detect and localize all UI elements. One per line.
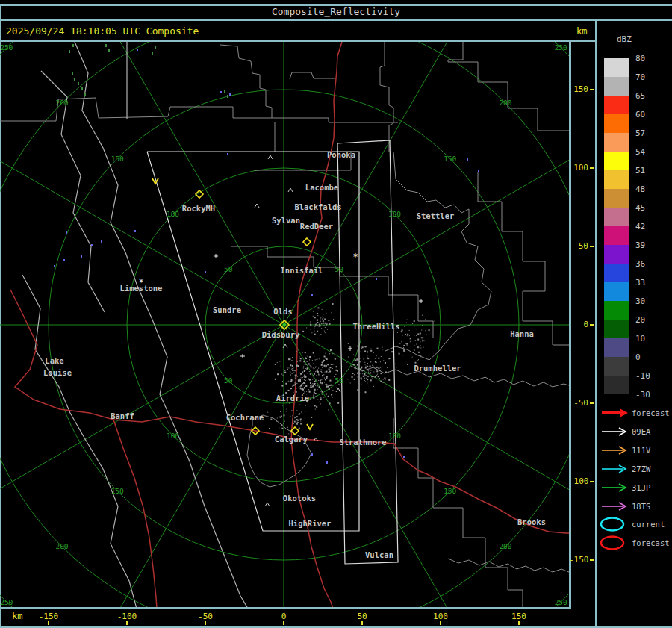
city-label-highriver: HighRiver [289, 519, 332, 528]
radar-map[interactable]: 5050505010010010010015015015015020020020… [0, 42, 569, 607]
right-axis-tickmark [590, 89, 594, 90]
precip-echo-dot [316, 406, 317, 408]
precip-echo-dot [425, 319, 426, 320]
precip-echo-dot [326, 358, 327, 359]
city-label-vulcan: Vulcan [365, 550, 393, 559]
precip-echo-dot [317, 375, 317, 376]
precip-echo-dot [326, 365, 327, 367]
precip-echo-dot [361, 373, 361, 374]
right-axis-unit-label: km [576, 26, 587, 37]
precip-echo-dot [304, 364, 305, 364]
precip-echo-dot [375, 358, 376, 359]
precip-echo-dot [385, 379, 385, 380]
precip-echo-dot [380, 361, 381, 362]
titlebar-divider [0, 19, 672, 21]
precip-echo-dot [347, 379, 348, 379]
precip-echo-dot [279, 361, 280, 362]
precip-echo-dot [296, 376, 297, 376]
colorbar-swatch [604, 357, 629, 376]
colorbar-swatch [604, 338, 629, 357]
county-boundary-line [478, 172, 569, 345]
colorbar-swatch [604, 301, 629, 320]
precip-echo-dot [284, 370, 285, 370]
precip-echo-dot [323, 314, 324, 314]
precip-echo-dot [322, 361, 323, 363]
precip-echo-dot [325, 332, 326, 333]
precip-echo-dot [319, 335, 320, 335]
timestamp-label: 2025/09/24 18:10:05 UTC Composite [6, 25, 199, 37]
precip-echo-dot [316, 314, 317, 314]
precip-echo-dot [299, 405, 300, 405]
precip-echo-dot [349, 370, 349, 370]
legend: forecast09EA111V27ZW31JP18TScurrentforec… [597, 403, 672, 556]
precip-echo-dot [380, 381, 382, 382]
precip-echo-dot [323, 323, 324, 324]
precip-echo-dot [365, 366, 366, 367]
precip-echo-dot [361, 348, 362, 349]
precip-echo-dot [326, 371, 327, 373]
precip-echo-dot [367, 383, 367, 384]
city-label-airdrie: Airdrie [276, 394, 309, 402]
precip-echo-dot [393, 363, 393, 364]
precip-echo-dot [297, 370, 298, 370]
precip-echo-dot [321, 369, 322, 370]
precip-echo-dot [308, 363, 310, 364]
precip-echo-dot [434, 321, 435, 322]
precip-echo-dot [323, 325, 324, 326]
right-axis-tick-label: 50 [569, 241, 588, 251]
precip-echo-dot [379, 373, 379, 373]
precip-echo-dot [303, 361, 305, 362]
precip-echo-dot [383, 382, 384, 383]
precip-echo-dot [315, 383, 316, 384]
precip-echo-dot [300, 358, 302, 359]
precip-echo-dot [312, 383, 313, 384]
precip-echo-dot [293, 423, 294, 424]
precip-echo-dot [318, 374, 319, 375]
precip-echo-dot [333, 319, 334, 320]
ring-distance-label: 100 [388, 210, 401, 218]
precip-echo-dot [326, 382, 326, 382]
precip-echo-dot [420, 358, 421, 358]
precip-echo-dot [317, 325, 318, 326]
precip-echo-dot [352, 379, 352, 380]
precip-echo-dot [280, 355, 281, 355]
precip-echo-dot [306, 369, 307, 370]
precip-echo-dot [326, 386, 327, 388]
precip-echo-dot [367, 355, 367, 356]
right-axis-tickmark [590, 324, 594, 326]
precip-echo-dot [316, 371, 317, 372]
precip-echo-dot [354, 374, 355, 375]
precip-echo-dot [310, 382, 311, 384]
right-axis-tickmark [590, 559, 594, 561]
precip-echo-dot [303, 366, 304, 367]
colorbar-label: 70 [635, 72, 665, 82]
colorbar-label: 80 [635, 54, 665, 63]
precip-echo-dot [351, 348, 352, 349]
precip-echo-dot [285, 383, 287, 385]
colorbar-label: 51 [635, 166, 665, 175]
ring-distance-label: 50 [335, 376, 344, 385]
precip-echo-dot [331, 385, 332, 386]
precip-echo-dot [314, 317, 316, 318]
legend-arrow-label: 09EA [632, 427, 651, 436]
precip-echo-dot [305, 380, 306, 381]
bottom-axis-tick-label: -100 [109, 612, 145, 621]
precip-echo-dot [382, 379, 382, 380]
precip-echo-blue [137, 49, 138, 51]
precip-echo-green [155, 46, 156, 49]
precip-echo-dot [296, 377, 296, 378]
precip-echo-dot [318, 375, 319, 376]
precip-echo-dot [356, 358, 358, 360]
precip-echo-dot [311, 332, 312, 333]
precip-echo-dot [358, 381, 358, 382]
precip-echo-dot [299, 373, 300, 373]
precip-echo-dot [419, 326, 420, 326]
precip-echo-green [105, 44, 107, 47]
precip-echo-dot [279, 420, 279, 420]
precip-echo-dot [311, 387, 311, 388]
right-axis-tick-label: 100 [569, 163, 588, 172]
city-label-reddeer: RedDeer [300, 222, 333, 231]
precip-echo-dot [330, 349, 332, 351]
precip-echo-dot [295, 378, 296, 379]
legend-arrow-label: 27ZW [632, 464, 651, 473]
